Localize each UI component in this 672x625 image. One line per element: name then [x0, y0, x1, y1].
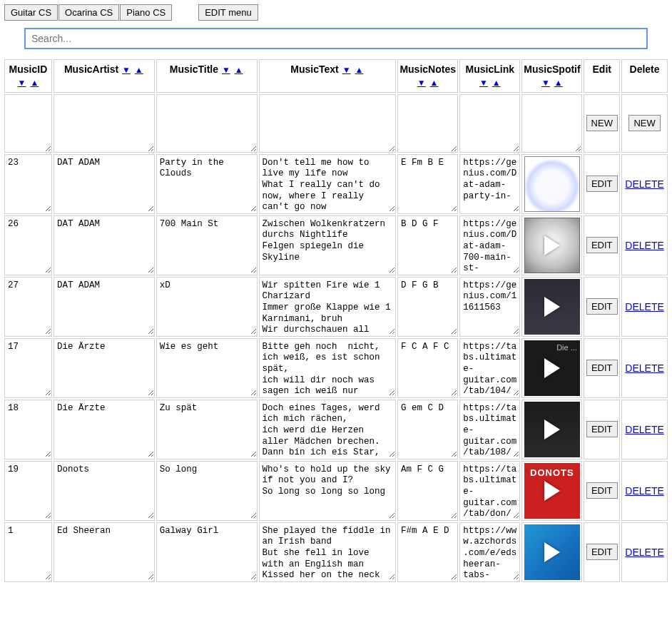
toolbar: Guitar CS Ocarina CS Piano CS EDIT menu: [3, 3, 669, 22]
col-header-edit: Edit: [584, 59, 620, 93]
spotify-thumbnail[interactable]: [524, 218, 580, 273]
cell-input[interactable]: [260, 95, 396, 152]
col-header-delete: Delete: [621, 59, 668, 93]
col-header-link: MusicLink ▼ ▲: [459, 59, 520, 93]
edit-button[interactable]: EDIT: [586, 421, 618, 437]
cell-link[interactable]: [460, 523, 519, 580]
cell-title[interactable]: [157, 278, 257, 335]
delete-link[interactable]: DELETE: [625, 362, 663, 374]
piano-cs-button[interactable]: Piano CS: [120, 4, 172, 21]
spotify-thumbnail[interactable]: [524, 402, 580, 457]
col-spotify-label: MusicSpotif: [524, 63, 580, 76]
spotify-thumbnail[interactable]: [524, 156, 580, 212]
delete-link[interactable]: DELETE: [625, 485, 663, 497]
cell-artist[interactable]: [54, 278, 154, 335]
spotify-thumbnail[interactable]: DONOTS: [524, 463, 580, 519]
cell-link[interactable]: [460, 400, 519, 457]
delete-link[interactable]: DELETE: [625, 424, 663, 435]
cell-notes[interactable]: [398, 523, 457, 580]
cell-artist[interactable]: [54, 339, 154, 396]
spotify-thumbnail[interactable]: [524, 279, 580, 335]
sort-up-icon[interactable]: ▲: [135, 65, 143, 75]
cell-id[interactable]: [5, 339, 51, 396]
cell-id[interactable]: [5, 155, 51, 212]
delete-link[interactable]: DELETE: [625, 240, 663, 251]
sort-up-icon[interactable]: ▲: [30, 78, 39, 88]
edit-menu-button[interactable]: EDIT menu: [198, 4, 258, 21]
cell-link[interactable]: [460, 216, 519, 273]
sort-up-icon[interactable]: ▲: [355, 65, 363, 75]
cell-title[interactable]: [157, 155, 257, 212]
cell-notes[interactable]: [398, 278, 457, 335]
cell-input[interactable]: [398, 95, 457, 152]
cell-id[interactable]: [5, 278, 51, 335]
sort-down-icon[interactable]: ▼: [417, 78, 426, 88]
spotify-thumbnail[interactable]: [524, 524, 580, 580]
cell-title[interactable]: [157, 462, 257, 519]
sort-up-icon[interactable]: ▲: [235, 65, 243, 75]
cell-input[interactable]: [460, 95, 519, 152]
cell-id[interactable]: [5, 400, 51, 457]
cell-artist[interactable]: [54, 523, 154, 580]
cell-artist[interactable]: [54, 216, 154, 273]
delete-link[interactable]: DELETE: [625, 547, 663, 558]
cell-artist[interactable]: [54, 155, 154, 212]
cell-text[interactable]: [260, 278, 396, 335]
cell-artist[interactable]: [54, 400, 154, 457]
cell-notes[interactable]: [398, 216, 457, 273]
cell-title[interactable]: [157, 216, 257, 273]
sort-down-icon[interactable]: ▼: [541, 78, 550, 88]
cell-link[interactable]: [460, 339, 519, 396]
edit-button[interactable]: EDIT: [586, 360, 618, 376]
search-input[interactable]: [24, 28, 648, 49]
new-button[interactable]: NEW: [628, 115, 660, 131]
cell-id[interactable]: [5, 462, 51, 519]
cell-id[interactable]: [5, 216, 51, 273]
sort-up-icon[interactable]: ▲: [430, 78, 439, 88]
cell-title[interactable]: [157, 339, 257, 396]
sort-down-icon[interactable]: ▼: [342, 65, 351, 75]
cell-text[interactable]: [260, 523, 396, 580]
edit-button[interactable]: EDIT: [586, 298, 618, 315]
cell-text[interactable]: [260, 155, 396, 212]
spotify-thumbnail[interactable]: Die ...: [524, 340, 580, 396]
cell-link[interactable]: [460, 155, 519, 212]
cell-artist[interactable]: [54, 462, 154, 519]
cell-notes[interactable]: [398, 400, 457, 457]
cell-text[interactable]: [260, 400, 396, 457]
edit-button[interactable]: EDIT: [586, 176, 618, 192]
edit-button[interactable]: EDIT: [586, 544, 618, 560]
cell-title[interactable]: [157, 400, 257, 457]
delete-link[interactable]: DELETE: [625, 178, 663, 190]
cell-input[interactable]: [54, 95, 154, 152]
cell-notes[interactable]: [398, 462, 457, 519]
edit-button[interactable]: EDIT: [586, 237, 618, 253]
cell-text[interactable]: [260, 462, 396, 519]
cell-text[interactable]: [260, 216, 396, 273]
thumbnail-label: DONOTS: [530, 467, 574, 478]
new-button[interactable]: NEW: [586, 115, 618, 131]
cell-notes[interactable]: [398, 339, 457, 396]
cell-input[interactable]: [157, 95, 257, 152]
cell-input[interactable]: [5, 95, 51, 152]
sort-down-icon[interactable]: ▼: [122, 65, 131, 75]
cell-title[interactable]: [157, 523, 257, 580]
cell-text[interactable]: [260, 339, 396, 396]
sort-down-icon[interactable]: ▼: [479, 78, 488, 88]
sort-down-icon[interactable]: ▼: [18, 78, 26, 88]
cell-link[interactable]: [460, 462, 519, 519]
edit-button[interactable]: EDIT: [586, 482, 618, 499]
ocarina-cs-button[interactable]: Ocarina CS: [58, 4, 119, 21]
sort-down-icon[interactable]: ▼: [222, 65, 230, 75]
cell-input[interactable]: [522, 95, 581, 152]
sort-up-icon[interactable]: ▲: [554, 78, 563, 88]
guitar-cs-button[interactable]: Guitar CS: [4, 4, 58, 21]
play-icon: [544, 542, 560, 562]
play-icon: [544, 297, 560, 317]
play-icon: [544, 235, 560, 255]
cell-notes[interactable]: [398, 155, 457, 212]
sort-up-icon[interactable]: ▲: [492, 78, 501, 88]
cell-id[interactable]: [5, 523, 51, 580]
cell-link[interactable]: [460, 278, 519, 335]
delete-link[interactable]: DELETE: [625, 301, 663, 312]
